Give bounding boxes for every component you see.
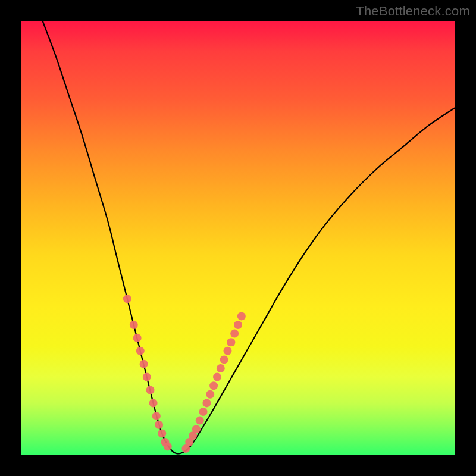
marker-dot: [146, 386, 155, 394]
marker-dot: [209, 381, 218, 390]
marker-dot: [130, 321, 138, 329]
chart-frame: TheBottleneck.com: [0, 0, 476, 476]
marker-dot: [164, 442, 172, 450]
right-branch-markers: [181, 312, 245, 453]
curve-layer: [21, 21, 455, 455]
bottleneck-curve: [43, 21, 456, 454]
marker-dot: [206, 390, 214, 399]
marker-dot: [234, 321, 242, 329]
marker-dot: [202, 399, 211, 407]
marker-dot: [133, 334, 142, 342]
marker-dot: [155, 421, 163, 429]
marker-dot: [230, 330, 239, 338]
marker-dot: [199, 408, 208, 416]
marker-dot: [196, 416, 204, 425]
marker-dot: [213, 373, 221, 381]
marker-dot: [237, 312, 246, 320]
watermark-text: TheBottleneck.com: [356, 4, 470, 19]
marker-dot: [227, 338, 235, 346]
marker-dot: [140, 360, 148, 368]
marker-dot: [123, 295, 131, 303]
plot-area: [21, 21, 455, 455]
marker-dot: [152, 412, 161, 420]
marker-dot: [192, 425, 201, 433]
marker-dot: [220, 355, 228, 364]
marker-dot: [149, 399, 158, 407]
marker-dot: [143, 373, 151, 381]
marker-dot: [217, 364, 225, 372]
marker-dot: [223, 347, 231, 355]
marker-dot: [136, 347, 145, 355]
marker-dot: [158, 430, 166, 438]
left-branch-markers: [123, 295, 172, 450]
